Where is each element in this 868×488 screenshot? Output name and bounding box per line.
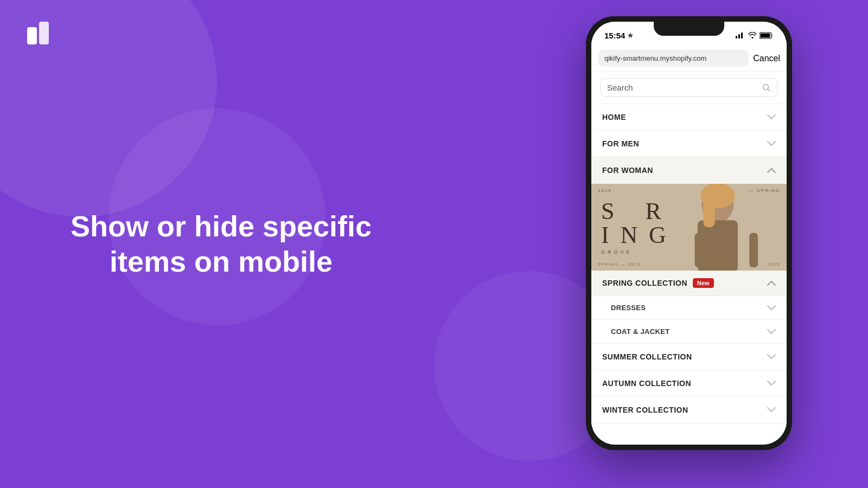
search-input[interactable]: Search [607, 83, 758, 92]
fashion-image: 2019 — SPRING S R I N G GROVE SPRING — 2… [591, 184, 787, 271]
signal-icon [736, 32, 745, 38]
nav-item-autumn[interactable]: AUTUMN COLLECTION [591, 370, 787, 397]
chevron-down-icon-summer [767, 354, 776, 359]
status-time: 15:54 [604, 31, 634, 40]
fashion-bottom-right: 2019 [767, 262, 780, 266]
chevron-down-icon-men [767, 141, 776, 146]
phone-mockup: 15:54 [586, 16, 792, 461]
fashion-title: S R I N G [601, 200, 669, 247]
app-logo [27, 22, 54, 54]
svg-rect-6 [761, 33, 770, 37]
svg-rect-4 [741, 33, 743, 38]
fashion-year-label: 2019 [598, 188, 612, 193]
svg-line-8 [768, 89, 770, 91]
search-icon [762, 84, 771, 92]
battery-icon [760, 32, 774, 39]
for-woman-section: FOR WOMAN [591, 157, 787, 423]
fashion-bottom: SPRING — 2019 [598, 262, 641, 266]
svg-rect-2 [736, 36, 737, 38]
nav-item-winter[interactable]: WINTER COLLECTION [591, 397, 787, 423]
fashion-img-content: 2019 — SPRING S R I N G GROVE SPRING — 2… [591, 184, 787, 271]
spring-collection-label: SPRING COLLECTION [602, 279, 687, 287]
phone-screen: 15:54 [591, 22, 787, 445]
nav-label-summer: SUMMER COLLECTION [602, 352, 692, 361]
chevron-down-icon-dresses [767, 305, 776, 311]
nav-label-for-men: FOR MEN [602, 139, 639, 148]
search-input-wrapper[interactable]: Search [600, 78, 778, 97]
new-badge: New [693, 278, 714, 288]
svg-rect-3 [738, 34, 740, 38]
url-bar[interactable]: qikify-smartmenu.myshopify.com [598, 50, 749, 67]
status-icons [736, 32, 774, 39]
nav-label-autumn: AUTUMN COLLECTION [602, 379, 691, 388]
phone-notch [654, 22, 724, 36]
sub-item-dresses[interactable]: DRESSES [591, 296, 787, 320]
sub-item-coat-jacket[interactable]: COAT & JACKET [591, 320, 787, 344]
nav-label-for-woman: FOR WOMAN [602, 166, 653, 175]
nav-item-for-woman[interactable]: FOR WOMAN [591, 157, 787, 184]
sub-label-dresses: DRESSES [611, 304, 646, 312]
chevron-up-icon-woman [767, 168, 776, 173]
chevron-down-icon-coat [767, 329, 776, 335]
nav-item-home[interactable]: HOME [591, 104, 787, 131]
chevron-down-icon-home [767, 114, 776, 120]
location-icon [627, 32, 634, 38]
browser-cancel-button[interactable]: Cancel [753, 54, 780, 63]
svg-rect-1 [39, 22, 49, 44]
sub-label-coat-jacket: COAT & JACKET [611, 328, 669, 336]
svg-rect-0 [27, 27, 37, 44]
wifi-icon [748, 32, 757, 38]
spring-collection-item[interactable]: SPRING COLLECTION New [591, 271, 787, 296]
phone-outer-frame: 15:54 [586, 16, 792, 450]
fashion-grove: GROVE [601, 249, 633, 255]
search-bar: Search [591, 72, 787, 104]
nav-item-for-men[interactable]: FOR MEN [591, 131, 787, 157]
browser-bar: qikify-smartmenu.myshopify.com Cancel [591, 46, 787, 72]
chevron-down-icon-autumn [767, 381, 776, 386]
spring-label-row: SPRING COLLECTION New [602, 278, 714, 288]
nav-label-home: HOME [602, 113, 626, 121]
nav-label-winter: WINTER COLLECTION [602, 406, 688, 414]
chevron-down-icon-winter [767, 407, 776, 413]
chevron-up-icon-spring [767, 280, 776, 286]
main-headline: Show or hide specific items on mobile [71, 209, 372, 279]
menu-content: Search HOME FOR MEN [591, 72, 787, 445]
nav-item-summer[interactable]: SUMMER COLLECTION [591, 344, 787, 370]
fashion-season-label: — SPRING [749, 188, 780, 193]
